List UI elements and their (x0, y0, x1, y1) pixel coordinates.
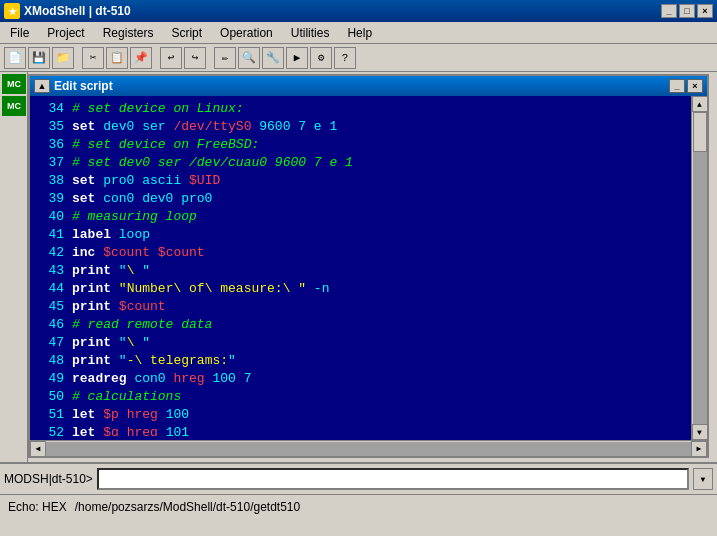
toolbar-btn-12[interactable]: ▶ (286, 47, 308, 69)
edit-script-window-buttons: _ × (669, 79, 703, 93)
command-dropdown-btn[interactable]: ▼ (693, 468, 713, 490)
scroll-track[interactable] (693, 112, 707, 424)
toolbar-btn-13[interactable]: ⚙ (310, 47, 332, 69)
line-number: 50 (40, 388, 64, 406)
code-container: 3435363738394041424344454647484950515253… (30, 96, 707, 440)
scroll-down-btn[interactable]: ▼ (692, 424, 708, 440)
menu-script[interactable]: Script (163, 24, 210, 42)
code-segment: # set device on Linux: (72, 101, 244, 116)
code-area[interactable]: 3435363738394041424344454647484950515253… (30, 96, 691, 440)
toolbar-btn-14[interactable]: ? (334, 47, 356, 69)
code-segment: hreg (127, 425, 158, 436)
code-segment: set (72, 191, 95, 206)
code-line: print "\ " (72, 262, 689, 280)
code-segment (150, 245, 158, 260)
menu-help[interactable]: Help (339, 24, 380, 42)
line-number: 48 (40, 352, 64, 370)
scroll-right-btn[interactable]: ▶ (691, 441, 707, 457)
code-segment: \ (127, 263, 143, 278)
menu-utilities[interactable]: Utilities (283, 24, 338, 42)
toolbar-btn-3[interactable]: 📁 (52, 47, 74, 69)
code-segment: set (72, 119, 95, 134)
code-segment: con0 dev0 pro0 (95, 191, 212, 206)
app-icon: ★ (4, 3, 20, 19)
line-number: 51 (40, 406, 64, 424)
code-segment: set (72, 173, 95, 188)
toolbar-btn-8[interactable]: ↪ (184, 47, 206, 69)
left-panel-mc1[interactable]: MC (2, 74, 26, 94)
edit-script-minimize-btn[interactable]: _ (669, 79, 685, 93)
code-segment: readreg (72, 371, 127, 386)
code-segment: 100 7 (205, 371, 252, 386)
menu-project[interactable]: Project (39, 24, 92, 42)
title-bar-left: ★ XModShell | dt-510 (4, 3, 131, 19)
command-bar: MODSH|dt-510> ▼ (0, 462, 717, 494)
line-number: 42 (40, 244, 64, 262)
toolbar-btn-2[interactable]: 💾 (28, 47, 50, 69)
code-segment: $count (158, 245, 205, 260)
code-line: print "\ " (72, 334, 689, 352)
toolbar-btn-11[interactable]: 🔧 (262, 47, 284, 69)
code-segment: $count (103, 245, 150, 260)
horizontal-scrollbar[interactable]: ◀ ▶ (30, 440, 707, 456)
code-line: # set device on Linux: (72, 100, 689, 118)
menu-operation[interactable]: Operation (212, 24, 281, 42)
edit-script-close-btn[interactable]: × (687, 79, 703, 93)
close-button[interactable]: × (697, 4, 713, 18)
code-line: readreg con0 hreg 100 7 (72, 370, 689, 388)
code-segment: hreg (173, 371, 204, 386)
code-segment: let (72, 407, 95, 422)
line-number: 43 (40, 262, 64, 280)
h-scroll-track[interactable] (46, 442, 691, 456)
toolbar-btn-4[interactable]: ✂ (82, 47, 104, 69)
code-segment: " (111, 335, 127, 350)
code-segment: "Number\ of\ measure:\ " (119, 281, 306, 296)
line-number: 41 (40, 226, 64, 244)
code-line: # set dev0 ser /dev/cuau0 9600 7 e 1 (72, 154, 689, 172)
code-segment: print (72, 281, 111, 296)
vertical-scrollbar[interactable]: ▲ ▼ (691, 96, 707, 440)
title-bar-buttons: _ □ × (661, 4, 713, 18)
scroll-left-btn[interactable]: ◀ (30, 441, 46, 457)
code-segment (119, 425, 127, 436)
code-segment: pro0 ascii (95, 173, 189, 188)
code-segment: hreg (127, 407, 158, 422)
code-line: let $q hreg 101 (72, 424, 689, 436)
code-segment: " (111, 353, 127, 368)
toolbar: 📄 💾 📁 ✂ 📋 📌 ↩ ↪ ✏ 🔍 🔧 ▶ ⚙ ? (0, 44, 717, 72)
menu-file[interactable]: File (2, 24, 37, 42)
code-segment: -n (306, 281, 329, 296)
toolbar-btn-9[interactable]: ✏ (214, 47, 236, 69)
scroll-thumb[interactable] (693, 112, 707, 152)
line-number: 47 (40, 334, 64, 352)
toolbar-btn-10[interactable]: 🔍 (238, 47, 260, 69)
code-line: # measuring loop (72, 208, 689, 226)
title-bar: ★ XModShell | dt-510 _ □ × (0, 0, 717, 22)
menu-bar: File Project Registers Script Operation … (0, 22, 717, 44)
code-segment (111, 281, 119, 296)
code-segment: /dev/ttyS0 (173, 119, 251, 134)
command-input[interactable] (97, 468, 689, 490)
code-segment: label (72, 227, 111, 242)
edit-script-resize-btn[interactable]: ▲ (34, 79, 50, 93)
maximize-button[interactable]: □ (679, 4, 695, 18)
line-number: 39 (40, 190, 64, 208)
code-line: set pro0 ascii $UID (72, 172, 689, 190)
code-line: set con0 dev0 pro0 (72, 190, 689, 208)
code-line: set dev0 ser /dev/ttyS0 9600 7 e 1 (72, 118, 689, 136)
code-segment: $p (103, 407, 119, 422)
code-segment: # set device on FreeBSD: (72, 137, 259, 152)
toolbar-btn-5[interactable]: 📋 (106, 47, 128, 69)
code-segment: 9600 7 e 1 (251, 119, 337, 134)
code-segment: # read remote data (72, 317, 212, 332)
code-line: label loop (72, 226, 689, 244)
minimize-button[interactable]: _ (661, 4, 677, 18)
left-panel-mc2[interactable]: MC (2, 96, 26, 116)
toolbar-btn-1[interactable]: 📄 (4, 47, 26, 69)
toolbar-btn-7[interactable]: ↩ (160, 47, 182, 69)
menu-registers[interactable]: Registers (95, 24, 162, 42)
toolbar-btn-6[interactable]: 📌 (130, 47, 152, 69)
code-segment (111, 299, 119, 314)
line-number: 45 (40, 298, 64, 316)
scroll-up-btn[interactable]: ▲ (692, 96, 708, 112)
